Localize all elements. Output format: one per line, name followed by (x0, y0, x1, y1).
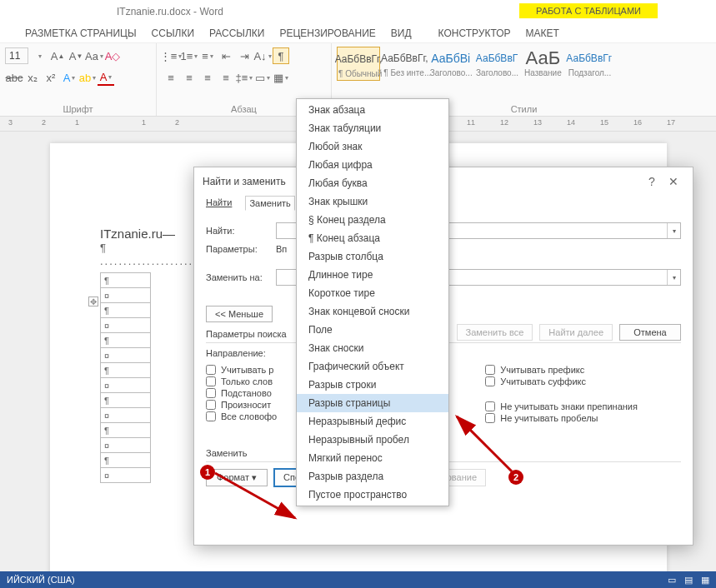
shading-icon[interactable]: ▭ (254, 69, 271, 86)
view-read-icon[interactable]: ▭ (668, 575, 676, 586)
chk-whole-word[interactable] (206, 376, 216, 386)
tab-find[interactable]: Найти (203, 196, 235, 211)
font-size-drop[interactable] (31, 47, 48, 64)
line-spacing-icon[interactable]: ‡≡ (236, 69, 253, 86)
font-color-icon[interactable]: A (98, 69, 114, 86)
menu-item[interactable]: Длинное тире (297, 266, 448, 284)
dialog-title-text: Найти и заменить (203, 176, 286, 187)
chk-suffix[interactable] (485, 376, 495, 386)
menu-item[interactable]: Любая буква (297, 174, 448, 192)
menu-item[interactable]: Короткое тире (297, 284, 448, 302)
menu-item[interactable]: Знак крышки (297, 192, 448, 211)
style-no-spacing[interactable]: АаБбВвГг,¶ Без инте... (383, 47, 426, 79)
clear-format-icon[interactable]: A◇ (104, 47, 121, 64)
shrink-font-icon[interactable]: A▼ (68, 47, 84, 64)
tab-view[interactable]: ВИД (391, 27, 412, 39)
find-drop-icon[interactable]: ▾ (667, 223, 680, 238)
align-right-icon[interactable]: ≡ (199, 69, 216, 86)
menu-item[interactable]: Разрыв раздела (297, 467, 448, 486)
table-row: ¶ (101, 333, 151, 348)
menu-item[interactable]: Любой знак (297, 137, 448, 156)
style-heading2[interactable]: АаБбВвГЗаголово... (475, 47, 518, 79)
table-row: ¤ (101, 468, 151, 483)
menu-item[interactable]: Знак концевой сноски (297, 302, 448, 321)
replace-drop-icon[interactable]: ▾ (667, 270, 680, 285)
decrease-indent-icon[interactable]: ⇤ (218, 47, 234, 64)
highlight-icon[interactable]: ab (79, 69, 96, 86)
align-left-icon[interactable]: ≡ (163, 69, 179, 86)
chk-case[interactable] (206, 365, 216, 375)
ribbon-tabs: РАЗМЕТКА СТРАНИЦЫ ССЫЛКИ РАССЫЛКИ РЕЦЕНЗ… (0, 23, 716, 43)
menu-item[interactable]: Разрыв страницы (297, 394, 448, 412)
borders-icon[interactable]: ▦ (273, 69, 289, 86)
chk-word-forms[interactable] (206, 411, 216, 421)
annotation-2: 2 (508, 470, 523, 485)
change-case-icon[interactable]: Aa (86, 47, 103, 64)
tab-constructor[interactable]: КОНСТРУКТОР (438, 27, 511, 39)
strikethrough-icon[interactable]: abc (6, 69, 23, 86)
subscript-icon[interactable]: x₂ (24, 69, 41, 86)
status-language[interactable]: ИЙСКИЙ (США) (7, 575, 75, 585)
style-subtitle[interactable]: АаБбВвГгПодзагол... (568, 47, 611, 79)
status-bar: ИЙСКИЙ (США) ▭ ▤ ▦ (0, 571, 716, 588)
styles-gallery[interactable]: АаБбВвГг,¶ Обычный АаБбВвГг,¶ Без инте..… (337, 47, 711, 81)
multilevel-list-icon[interactable]: ≡ (199, 47, 216, 64)
cancel-button[interactable]: Отмена (619, 324, 681, 341)
grow-font-icon[interactable]: A▲ (49, 47, 66, 64)
text-effects-icon[interactable]: A (61, 69, 78, 86)
numbering-icon[interactable]: 1≡ (181, 47, 198, 64)
style-heading1[interactable]: АаБбВіЗаголово... (429, 47, 473, 79)
dialog-close-button[interactable]: ✕ (663, 175, 684, 188)
bullets-icon[interactable]: ⋮≡ (163, 47, 179, 64)
font-size-input[interactable]: 11 (5, 47, 28, 64)
align-center-icon[interactable]: ≡ (181, 69, 198, 86)
chk-sounds-like[interactable] (206, 400, 216, 410)
table-move-handle[interactable]: ✥ (88, 296, 98, 306)
menu-item[interactable]: Знак абзаца (297, 101, 448, 119)
replace-label: Заменить на: (206, 272, 269, 282)
menu-item[interactable]: Разрыв строки (297, 376, 448, 394)
tab-replace[interactable]: Заменить (245, 196, 294, 211)
menu-item[interactable]: Неразрывный дефис (297, 412, 448, 431)
menu-item[interactable]: Знак сноски (297, 339, 448, 357)
table-row: ¶ (101, 393, 151, 408)
replace-all-button[interactable]: Заменить все (457, 324, 533, 341)
view-print-icon[interactable]: ▤ (684, 575, 693, 586)
style-normal[interactable]: АаБбВвГг,¶ Обычный (337, 47, 380, 81)
increase-indent-icon[interactable]: ⇥ (236, 47, 253, 64)
svg-line-0 (215, 473, 295, 518)
chk-ignore-punct[interactable] (485, 401, 495, 411)
style-title[interactable]: АаБНазвание (521, 47, 564, 79)
menu-item[interactable]: Мягкий перенос (297, 449, 448, 467)
sort-icon[interactable]: A↓ (254, 47, 271, 64)
show-marks-icon[interactable]: ¶ (273, 47, 289, 64)
find-next-button[interactable]: Найти далее (539, 324, 613, 341)
table-row: ¤ (101, 438, 151, 453)
dialog-help-button[interactable]: ? (641, 175, 663, 188)
superscript-icon[interactable]: x² (43, 69, 59, 86)
menu-item[interactable]: § Конец раздела (297, 211, 448, 229)
arrow-1 (212, 470, 303, 528)
menu-item[interactable]: Любая цифра (297, 156, 448, 174)
menu-item[interactable]: Знак табуляции (297, 119, 448, 137)
table-row: ¶ (101, 303, 151, 318)
menu-item[interactable]: Графический объект (297, 357, 448, 376)
chk-prefix[interactable] (485, 365, 495, 375)
table-row: ¶ (101, 423, 151, 438)
menu-item[interactable]: Поле (297, 321, 448, 339)
less-button[interactable]: << Меньше (206, 306, 273, 322)
tab-page-layout[interactable]: РАЗМЕТКА СТРАНИЦЫ (25, 27, 137, 39)
doc-table[interactable]: ¶ ¤ ¶ ¤ ¶ ¤ ¶ ¤ ¶ ¤ ¶ ¤ ¶ ¤ (100, 272, 151, 483)
tab-layout[interactable]: МАКЕТ (526, 27, 559, 39)
tab-mailings[interactable]: РАССЫЛКИ (209, 27, 264, 39)
menu-item[interactable]: ¶ Конец абзаца (297, 229, 448, 247)
menu-item[interactable]: Пустое пространство (297, 486, 448, 504)
menu-item[interactable]: Разрыв столбца (297, 247, 448, 266)
justify-icon[interactable]: ≡ (218, 69, 234, 86)
menu-item[interactable]: Неразрывный пробел (297, 431, 448, 449)
special-menu: Знак абзацаЗнак табуляцииЛюбой знакЛюбая… (296, 98, 449, 506)
chk-wildcards[interactable] (206, 388, 216, 398)
tab-references[interactable]: ССЫЛКИ (152, 27, 194, 39)
view-web-icon[interactable]: ▦ (701, 575, 709, 586)
tab-review[interactable]: РЕЦЕНЗИРОВАНИЕ (279, 27, 375, 39)
